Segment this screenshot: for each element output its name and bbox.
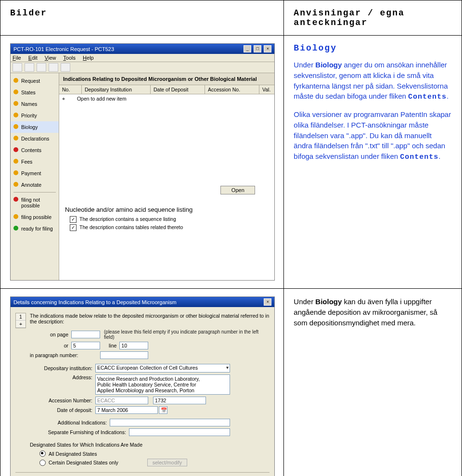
- dlg-titlebar: Details concerning Indications Relating …: [11, 297, 274, 307]
- paragraph-1: Under Biology anger du om ansökan innehå…: [294, 60, 452, 103]
- sidebar-item-payment[interactable]: Payment: [11, 167, 59, 179]
- date-deposit-label: Date of deposit:: [30, 407, 95, 413]
- document-table: Bilder Anvisningar / egna anteckningar P…: [0, 0, 462, 476]
- pct-window: PCT-RO-101 Electronic Request - PCT523 _…: [10, 43, 275, 281]
- close-icon[interactable]: ×: [264, 298, 271, 306]
- sequence-listing-heading: Nucleotide and/or amino acid sequence li…: [65, 206, 269, 213]
- toolbar: [11, 62, 274, 73]
- pct-title: PCT-RO-101 Electronic Request - PCT523: [13, 46, 114, 52]
- toolbar-icon-3[interactable]: [37, 63, 46, 72]
- table-add-row[interactable]: + Open to add new item: [59, 94, 274, 103]
- accession-input-2[interactable]: 1732: [153, 397, 206, 404]
- status-ready-for-filing: ready for filing: [11, 223, 59, 234]
- depinst-label: Depositary institution:: [30, 365, 95, 371]
- col-val: Val.: [259, 85, 274, 94]
- or-label: or: [30, 343, 71, 348]
- sidebar-item-declarations[interactable]: Declarations: [11, 133, 59, 144]
- line-label: line: [109, 343, 116, 348]
- addind-label: Additional Indications:: [30, 420, 110, 425]
- minimize-icon[interactable]: _: [244, 45, 251, 52]
- section-title-biology: Biology: [294, 43, 452, 53]
- checkbox-tables-related[interactable]: ✓The description contains tables related…: [70, 224, 269, 231]
- menu-file[interactable]: File: [13, 55, 21, 61]
- status-filing-not-possible: filing not possible: [11, 194, 59, 211]
- dlg-description: The indications made below relate to the…: [30, 313, 270, 324]
- sidebar-item-priority[interactable]: Priority: [11, 110, 59, 121]
- accession-input-1[interactable]: ECACC: [95, 397, 148, 404]
- main-heading: Indications Relating to Deposited Microo…: [59, 73, 274, 85]
- col-inst: Depositary Institution: [82, 85, 151, 94]
- calendar-icon[interactable]: 📅: [159, 406, 167, 414]
- dialog-footer: OK Cancel: [15, 472, 270, 476]
- toolbar-icon-5[interactable]: [61, 63, 70, 72]
- radio-certain-states[interactable]: Certain Designated States only select/mo…: [39, 459, 270, 466]
- onpage-input[interactable]: [71, 331, 100, 338]
- menubar: File Edit View Tools Help: [11, 54, 274, 62]
- toolbar-icon-2[interactable]: [25, 63, 34, 72]
- designated-states-heading: Designated States for Which Indications …: [30, 442, 270, 448]
- sidebar-item-fees[interactable]: Fees: [11, 156, 59, 167]
- row-number[interactable]: 1: [16, 313, 26, 321]
- menu-tools[interactable]: Tools: [63, 55, 76, 61]
- sidebar: Request States Names Priority Biology De…: [11, 73, 59, 280]
- header-right: Anvisningar / egna anteckningar: [294, 8, 404, 27]
- menu-edit[interactable]: Edit: [28, 55, 38, 61]
- para-label: in paragraph number:: [30, 352, 100, 358]
- accession-label: Accession Number:: [30, 398, 95, 403]
- paragraph-3: Under Biology kan du även fylla i uppgif…: [294, 296, 452, 328]
- row-add[interactable]: +: [16, 321, 26, 328]
- toolbar-icon-1[interactable]: [13, 63, 22, 72]
- para-input[interactable]: [100, 351, 148, 359]
- onpage-hint: (please leave this field empty if you in…: [104, 329, 270, 340]
- paragraph-2: Olika versioner av programvaran PatentIn…: [294, 109, 452, 163]
- date-deposit-input[interactable]: 7 March 2006: [95, 406, 158, 414]
- col-acc: Accession No.: [205, 85, 259, 94]
- toolbar-icon-4[interactable]: [49, 63, 58, 72]
- check-icon: ✓: [70, 216, 77, 223]
- details-dialog: Details concerning Indications Relating …: [10, 296, 275, 476]
- col-date: Date of Deposit: [151, 85, 205, 94]
- maximize-icon[interactable]: □: [254, 45, 261, 52]
- row-selector: 1 +: [15, 313, 26, 328]
- menu-help[interactable]: Help: [83, 55, 94, 61]
- address-label: Address:: [30, 374, 95, 380]
- table-header: No. Depositary Institution Date of Depos…: [59, 85, 274, 94]
- address-textarea[interactable]: Vaccine Research and Production Laborato…: [95, 374, 230, 395]
- sidebar-item-names[interactable]: Names: [11, 98, 59, 110]
- header-left: Bilder: [10, 8, 47, 18]
- line-input[interactable]: 10: [119, 342, 148, 349]
- onpage-label: on page: [30, 332, 71, 337]
- sidebar-item-contents[interactable]: Contents: [11, 144, 59, 156]
- radio-icon: [39, 460, 46, 466]
- radio-all-states[interactable]: All Designated States: [39, 450, 270, 457]
- menu-view[interactable]: View: [45, 55, 56, 61]
- checkbox-seq-listing[interactable]: ✓The description contains a sequence lis…: [70, 216, 269, 223]
- table-body: + Open to add new item: [59, 94, 274, 152]
- or-input[interactable]: 5: [71, 342, 100, 349]
- sepfurn-label: Separate Furnishing of Indications:: [30, 429, 129, 435]
- sidebar-item-biology[interactable]: Biology: [11, 121, 59, 133]
- depinst-select[interactable]: ECACC European Collection of Cell Cultur…: [95, 364, 230, 373]
- status-filing-possible: filing possible: [11, 211, 59, 223]
- addind-input[interactable]: [110, 419, 230, 426]
- sepfurn-input[interactable]: [129, 428, 230, 436]
- col-no: No.: [59, 85, 82, 94]
- sidebar-item-annotate[interactable]: Annotate: [11, 179, 59, 191]
- select-modify-button: select/modify: [147, 459, 187, 466]
- radio-icon: [39, 450, 46, 457]
- open-button[interactable]: Open: [220, 186, 255, 194]
- window-controls: _ □ ×: [243, 45, 271, 52]
- sidebar-item-request[interactable]: Request: [11, 75, 59, 87]
- dlg-title: Details concerning Indications Relating …: [13, 299, 177, 305]
- pct-titlebar: PCT-RO-101 Electronic Request - PCT523 _…: [11, 44, 274, 54]
- check-icon: ✓: [70, 224, 77, 231]
- close-icon[interactable]: ×: [264, 45, 271, 52]
- sidebar-item-states[interactable]: States: [11, 87, 59, 98]
- main-panel: Indications Relating to Deposited Microo…: [59, 73, 274, 280]
